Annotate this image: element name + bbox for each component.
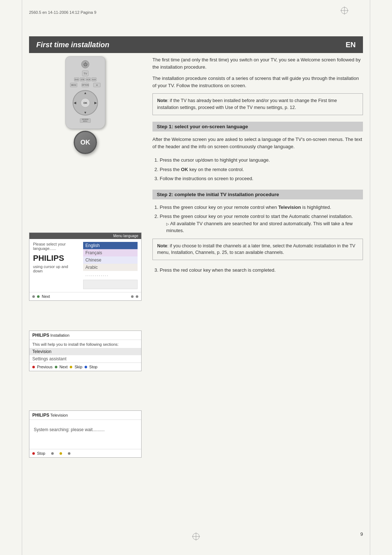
nav-dot-stop — [85, 366, 87, 368]
panel-1-body: Please select your language...... PHILIP… — [29, 239, 141, 292]
dpad-right-arrow: ▶ — [94, 101, 97, 105]
pip-button[interactable]: ⊟ — [93, 83, 101, 87]
search-header-row: PHILIPS Television — [29, 411, 141, 420]
right-column: The first time (and only the first time)… — [152, 56, 363, 278]
remote-control: ⏻ TV DVD STB VCR AUX MENU OPTION ⊟ — [65, 56, 105, 129]
ok-bold: OK — [181, 167, 188, 172]
intro-para-1: The first time (and only the first time)… — [152, 56, 363, 70]
panel-1-header: Menu language — [29, 233, 141, 239]
language-select-panel: Menu language Please select your languag… — [29, 232, 142, 301]
menu-button[interactable]: MENU — [70, 83, 77, 87]
lang-arabic[interactable]: Arabic — [83, 264, 138, 271]
panel-1-nav: Next — [29, 292, 141, 300]
search-panel: PHILIPS Television System searching: ple… — [29, 410, 142, 458]
note-title: Note — [157, 98, 167, 103]
ok-button-big-area: OK — [29, 131, 142, 154]
stb-button[interactable]: STB — [80, 77, 85, 81]
lang-code: EN — [346, 41, 356, 49]
dvd-button[interactable]: DVD — [74, 77, 79, 81]
menu-row: MENU OPTION ⊟ — [69, 83, 102, 87]
philips-brand-logo: PHILIPS — [33, 254, 78, 263]
lang-more-dots: ............ — [83, 271, 138, 278]
step2-list: Press the green colour key on your remot… — [160, 204, 363, 234]
step1-item-2: Press the OK key on the remote control. — [160, 166, 363, 173]
search-label: Television — [50, 413, 68, 417]
language-list: English Français Chinese Arabic ........… — [83, 242, 138, 289]
document-ref: 2560.5 en 14-11-2006 14:12 Pagina 9 — [29, 10, 96, 15]
lang-prompt-area: Please select your language...... PHILIP… — [33, 242, 80, 273]
page-container: 2560.5 en 14-11-2006 14:12 Pagina 9 Firs… — [0, 0, 392, 555]
nav-dot-7 — [68, 452, 70, 455]
step2-item-1: Press the green colour key on your remot… — [160, 204, 363, 211]
install-item-settings: Settings assistant — [29, 355, 141, 362]
page-title: First time installation — [36, 41, 109, 49]
source-row: DVD STB VCR AUX — [69, 77, 102, 81]
meta-line: 2560.5 en 14-11-2006 14:12 Pagina 9 — [29, 10, 96, 15]
ok-big-label: OK — [81, 139, 90, 146]
search-brand: PHILIPS — [32, 413, 49, 418]
stop-label-2[interactable]: Stop — [37, 451, 45, 455]
power-button[interactable]: ⏻ — [81, 60, 89, 68]
lang-prompt-text: Please select your language...... — [33, 242, 78, 251]
install-help-text: This will help you to install the follow… — [29, 340, 141, 348]
step1-item-1: Press the cursor up/down to highlight yo… — [160, 157, 363, 164]
nav-dot-3 — [131, 295, 134, 298]
search-body: System searching: please wait.......... — [29, 420, 141, 449]
page-number: 9 — [360, 531, 363, 537]
lang-chinese[interactable]: Chinese — [83, 256, 138, 264]
left-border — [22, 0, 22, 555]
browse-button[interactable]: BROWSEMENU — [80, 118, 91, 123]
lang-english[interactable]: English — [83, 242, 138, 249]
step2-item-3: Press the red colour key when the search… — [160, 267, 363, 274]
next-label[interactable]: Next — [42, 294, 50, 299]
step2-item1-post: is highlighted. — [301, 204, 331, 210]
nav-dot-5 — [51, 452, 54, 455]
install-item-television: Television — [29, 348, 141, 355]
install-label: Installation — [50, 333, 70, 337]
skip-label[interactable]: Skip — [74, 365, 82, 369]
nav-dot-skip — [70, 366, 72, 368]
step1-heading: Step 1: select your on-screen language — [152, 122, 363, 131]
step2-item-2: Press the green colour key on your remot… — [160, 213, 363, 234]
install-header-row: PHILIPS Installation — [29, 331, 141, 340]
step1-intro: After the Welcome screen you are asked t… — [152, 136, 363, 151]
step2-television-bold: Television — [278, 204, 301, 210]
nav-dot-next — [37, 295, 40, 298]
lang-scrollbar-area — [83, 280, 138, 289]
nav-dot-6 — [60, 452, 62, 455]
panel-1-header-text: Menu language — [113, 234, 138, 238]
nav-dot-4 — [136, 295, 138, 298]
step2-item2-text: Press the green colour key on your remot… — [160, 214, 353, 219]
step1-item-3: Follow the instructions on screen to pro… — [160, 175, 363, 182]
nav-dot-stop2 — [32, 452, 35, 455]
remote-illustration: ⏻ TV DVD STB VCR AUX MENU OPTION ⊟ — [29, 56, 142, 129]
nav-dot-1 — [32, 295, 35, 298]
right-border — [370, 0, 370, 555]
step2-heading: Step 2: complete the initial TV installa… — [152, 190, 363, 199]
stop-label[interactable]: Stop — [89, 365, 98, 369]
note-box: Note: if the TV has already been install… — [152, 93, 363, 115]
ok-dpad-button[interactable]: OK — [81, 98, 90, 108]
tv-button[interactable]: TV — [82, 70, 89, 76]
aux-button[interactable]: AUX — [91, 77, 97, 81]
next-label-2[interactable]: Next — [60, 365, 68, 369]
note-text: : if the TV has already been installed b… — [157, 98, 337, 110]
nav-dot-prev — [32, 366, 35, 368]
crosshair-bottom — [192, 532, 200, 540]
option-button[interactable]: OPTION — [82, 83, 89, 87]
step2-item1-pre: Press the green colour key on your remot… — [160, 204, 278, 210]
previous-label[interactable]: Previous — [37, 365, 53, 369]
power-icon: ⏻ — [83, 62, 87, 66]
note2-title: Note — [157, 243, 167, 248]
nav-dot-next2 — [55, 366, 57, 368]
search-text: System searching: please wait.......... — [34, 427, 105, 432]
ok-big-button[interactable]: OK — [74, 131, 97, 154]
lang-francais[interactable]: Français — [83, 249, 138, 256]
step2-sub-item: All available TV channels are searched f… — [166, 220, 363, 234]
dpad-up-arrow: ▲ — [84, 91, 87, 95]
panel-2-nav: Previous Next Skip Stop — [29, 362, 141, 371]
note-box-2: Note: if you choose to install the chann… — [152, 239, 363, 260]
cursor-hint: using cursor up and down — [33, 264, 78, 273]
vcr-button[interactable]: VCR — [86, 77, 91, 81]
step1-list: Press the cursor up/down to highlight yo… — [160, 157, 363, 182]
